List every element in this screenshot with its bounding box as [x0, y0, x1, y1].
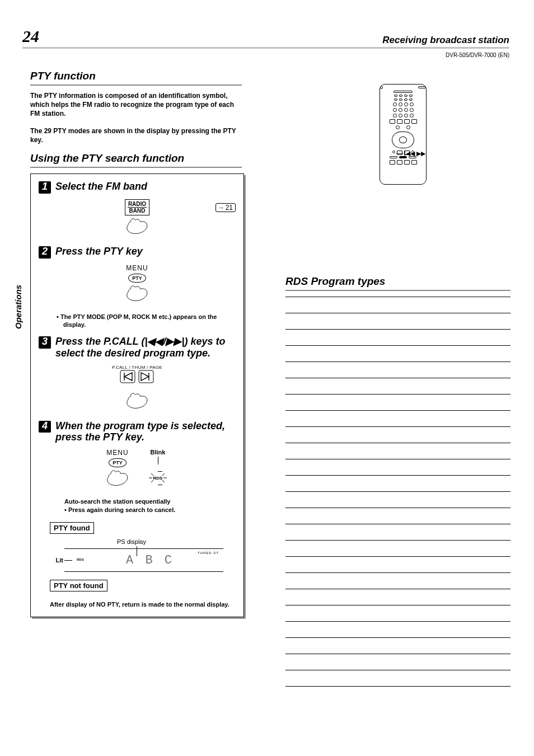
- remote-control-illustration: [380, 84, 427, 185]
- model-line: DVR-505/DVR-7000 (EN): [446, 52, 509, 58]
- pcall-label: P.CALL / THUM / PAGE: [39, 365, 236, 370]
- skip-next-icon: ▶▶|: [166, 336, 184, 347]
- section-using-pty-search: Using the PTY search function: [30, 152, 245, 165]
- step-4-illustration: MENU PTY Blink RDS: [39, 449, 236, 489]
- radio-label: RADIO: [128, 201, 147, 207]
- rds-blink-indicator: RDS: [147, 471, 169, 485]
- section-rds-program-types: RDS Program types: [285, 275, 510, 288]
- svg-text:RDS: RDS: [153, 476, 163, 481]
- step-3-title: Press the P.CALL (|◀◀/▶▶|) keys to selec…: [55, 336, 236, 359]
- blink-label: Blink: [147, 449, 169, 456]
- pty-button-icon: PTY: [128, 274, 146, 283]
- pty-found-box: PTY found: [50, 522, 94, 534]
- side-tab-operations: Operations: [13, 285, 23, 329]
- step-1-badge: 1: [39, 181, 51, 194]
- intro-paragraph-2: The 29 PTY modes are shown in the displa…: [30, 126, 242, 144]
- hand-icon: [105, 466, 130, 489]
- right-column: |◀◀ ▶▶| RDS Program types: [285, 84, 510, 702]
- tuned-st-indicator: TUNED ST.: [198, 551, 220, 555]
- svg-rect-0: [120, 370, 135, 383]
- remote-skip-keys-callout: |◀◀ ▶▶|: [404, 150, 427, 157]
- lit-label: Lit: [56, 557, 63, 564]
- pcall-buttons: [39, 370, 236, 387]
- step-1-head: 1 Select the FM band: [39, 181, 236, 194]
- ps-display-label: PS display: [117, 538, 236, 545]
- skip-prev-icon: |◀◀: [144, 336, 163, 347]
- menu-arc-label: MENU: [125, 264, 149, 272]
- hand-icon: [125, 214, 149, 237]
- hand-icon: [125, 389, 149, 411]
- header-rule: [22, 47, 509, 49]
- steps-box: 1 Select the FM band 21 RADIO BAND 2 Pre…: [30, 173, 244, 617]
- pty-button-icon: PTY: [109, 458, 127, 467]
- step-4-title: When the program type is selected, press…: [55, 420, 236, 443]
- rds-indicator: RDS: [77, 558, 84, 561]
- menu-arc-label: MENU: [105, 449, 130, 457]
- auto-search-text: Auto-search the station sequentially Pre…: [64, 497, 236, 514]
- step-2-illustration: MENU PTY: [39, 264, 236, 304]
- svg-line-7: [162, 480, 165, 482]
- intro-paragraph-1: The PTY information is composed of an id…: [30, 91, 242, 119]
- svg-line-5: [162, 473, 165, 476]
- step-1-illustration: RADIO BAND: [39, 199, 236, 237]
- step-3-head: 3 Press the P.CALL (|◀◀/▶▶|) keys to sel…: [39, 336, 236, 359]
- after-not-found-text: After display of NO PTY, return is made …: [50, 600, 236, 609]
- section-pty-function: PTY function: [30, 70, 245, 82]
- display-readout: A B C: [126, 553, 174, 567]
- rule: [30, 167, 242, 168]
- page-number: 24: [22, 27, 39, 46]
- rds-types-rule-area: [285, 297, 510, 702]
- band-label: BAND: [128, 207, 147, 214]
- step-2-note: The PTY MODE (POP M, ROCK M etc.) appear…: [63, 313, 236, 330]
- hand-icon: [125, 281, 149, 304]
- rule: [30, 84, 242, 86]
- step-2-badge: 2: [39, 246, 51, 259]
- display-panel: Lit RDS A B C TUNED ST.: [64, 548, 223, 572]
- step-3-badge: 3: [39, 336, 51, 349]
- left-column: PTY function The PTY information is comp…: [30, 70, 245, 617]
- pointer-line: [158, 457, 158, 464]
- pointer-line: [64, 560, 72, 561]
- step-1-title: Select the FM band: [55, 181, 236, 192]
- auto-search-line-2: Press again during search to cancel.: [64, 506, 236, 514]
- step-1-page-ref: 21: [216, 203, 236, 212]
- step-3-title-a: Press the P.CALL (: [55, 336, 144, 347]
- step-2-head: 2 Press the PTY key: [39, 246, 236, 259]
- step-2-title: Press the PTY key: [55, 246, 236, 257]
- rule: [285, 290, 510, 291]
- step-3-illustration: P.CALL / THUM / PAGE: [39, 365, 236, 411]
- auto-search-line-1: Auto-search the station sequentially: [64, 497, 236, 506]
- step-4-head: 4 When the program type is selected, pre…: [39, 420, 236, 443]
- pty-not-found-box: PTY not found: [50, 580, 107, 591]
- step-4-badge: 4: [39, 421, 51, 433]
- page-title: Receiving broadcast station: [382, 35, 509, 46]
